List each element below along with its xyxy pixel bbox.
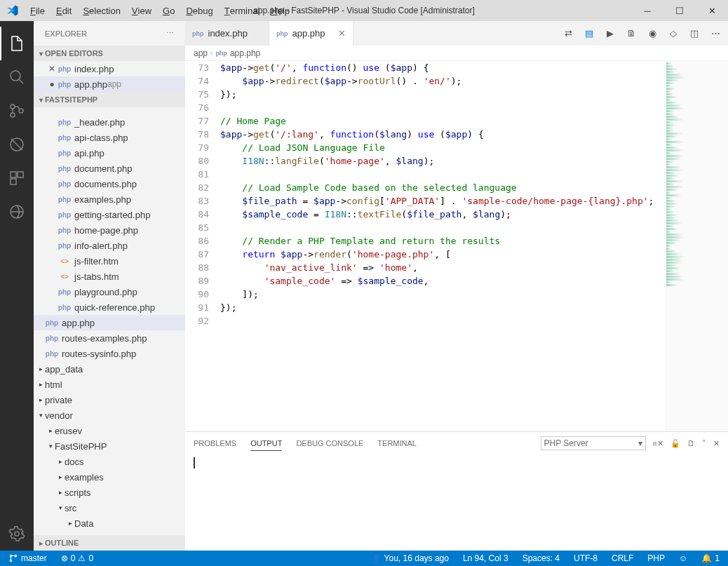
breadcrumb-segment[interactable]: app.php — [230, 48, 260, 58]
status-notifications-icon[interactable]: 🔔1 — [699, 553, 722, 563]
status-encoding[interactable]: UTF-8 — [571, 553, 600, 563]
extensions-icon[interactable] — [0, 161, 34, 195]
menu-go[interactable]: Go — [157, 0, 180, 21]
folder-item[interactable]: ▸Data — [34, 516, 185, 531]
reveal-icon[interactable]: ◉ — [645, 27, 659, 41]
file-item[interactable]: phpquick-reference.php — [34, 299, 185, 315]
file-item[interactable]: phpapp.php — [34, 315, 185, 330]
menu-selection[interactable]: Selection — [77, 0, 126, 21]
status-git-blame[interactable]: 👤You, 16 days ago — [368, 553, 452, 563]
file-item[interactable]: php_header.php — [34, 114, 185, 130]
minimap[interactable] — [665, 61, 728, 431]
live-share-icon[interactable] — [0, 195, 34, 229]
lock-scroll-icon[interactable]: 🔓 — [670, 439, 680, 448]
output-channel-select[interactable]: PHP Server▾ — [541, 436, 646, 450]
compare-changes-icon[interactable]: ⇄ — [561, 27, 575, 41]
file-item[interactable]: <>js-tabs.htm — [34, 269, 185, 284]
editor-tab[interactable]: phpapp.php✕ — [269, 21, 353, 46]
panel-close-icon[interactable]: ✕ — [713, 439, 720, 448]
file-item[interactable]: phproutes-examples.php — [34, 330, 185, 346]
close-icon[interactable]: ✕ — [46, 64, 58, 74]
file-item[interactable]: phpinfo-alert.php — [34, 238, 185, 253]
search-icon[interactable] — [0, 60, 34, 94]
output-body[interactable] — [185, 454, 728, 551]
panel-tab-debug-console[interactable]: DEBUG CONSOLE — [296, 436, 363, 451]
source-control-icon[interactable] — [0, 94, 34, 128]
editor-actions: ⇄ ▤ ▶ 🗎 ◉ ◇ ◫ ⋯ — [561, 21, 728, 46]
editor-body[interactable]: 7374757677787980818283848586878889909192… — [185, 61, 728, 431]
file-item[interactable]: phproutes-sysinfo.php — [34, 346, 185, 361]
section-project[interactable]: ▾FASTSITEPHP — [34, 92, 185, 107]
folder-item[interactable]: ▸docs — [34, 454, 185, 469]
folder-item[interactable]: ▾FastSitePHP — [34, 438, 185, 454]
folder-item[interactable]: ▾vendor — [34, 407, 185, 423]
file-item[interactable]: phpapi-class.php — [34, 130, 185, 145]
svg-point-3 — [19, 109, 23, 113]
more-icon[interactable]: ⋯ — [166, 29, 174, 38]
open-preview-icon[interactable]: ▤ — [582, 27, 596, 41]
run-icon[interactable]: ▶ — [603, 27, 617, 41]
menu-debug[interactable]: Debug — [180, 0, 218, 21]
maximize-button[interactable]: ☐ — [663, 0, 696, 21]
panel-tab-output[interactable]: OUTPUT — [250, 436, 282, 451]
file-item[interactable]: phphome-page.php — [34, 222, 185, 238]
open-editor-item[interactable]: ●phpapp.php app — [34, 76, 185, 92]
php-file-icon: php — [59, 194, 70, 205]
breadcrumb-segment[interactable]: app — [194, 48, 208, 58]
file-item[interactable]: phpgetting-started.php — [34, 207, 185, 222]
menu-view[interactable]: View — [126, 0, 157, 21]
diff-icon[interactable]: ◇ — [666, 27, 680, 41]
file-item[interactable]: phpdocuments.php — [34, 176, 185, 191]
open-log-icon[interactable]: 🗋 — [687, 439, 695, 447]
folder-item[interactable]: ▸private — [34, 392, 185, 407]
tab-bar: phpindex.phpphpapp.php✕ ⇄ ▤ ▶ 🗎 ◉ ◇ ◫ ⋯ — [185, 21, 728, 46]
open-changes-icon[interactable]: 🗎 — [624, 27, 638, 41]
modified-dot-icon[interactable]: ● — [46, 79, 58, 89]
folder-item[interactable]: ▸scripts — [34, 485, 185, 500]
status-language[interactable]: PHP — [645, 553, 668, 563]
file-item[interactable]: phpapi.php — [34, 145, 185, 161]
clear-output-icon[interactable]: ≡✕ — [653, 439, 663, 448]
more-actions-icon[interactable]: ⋯ — [708, 27, 722, 41]
php-file-icon: php — [59, 163, 70, 174]
folder-item[interactable]: ▸html — [34, 377, 185, 392]
html-file-icon: <> — [59, 255, 70, 267]
minimize-button[interactable]: ─ — [631, 0, 663, 21]
panel-tab-terminal[interactable]: TERMINAL — [377, 436, 417, 451]
open-editor-item[interactable]: ✕phpindex.php — [34, 61, 185, 76]
folder-item[interactable]: ▸examples — [34, 469, 185, 485]
file-item[interactable]: phpexamples.php — [34, 191, 185, 207]
code-content[interactable]: $app->get('/', function() use ($app) { $… — [220, 61, 665, 431]
chevron-down-icon: ▾ — [46, 443, 55, 450]
editor-tab[interactable]: phpindex.php — [185, 21, 269, 46]
section-open-editors[interactable]: ▾OPEN EDITORS — [34, 46, 185, 61]
status-feedback-icon[interactable]: ☺ — [676, 553, 690, 563]
status-eol[interactable]: CRLF — [609, 553, 636, 563]
status-indent[interactable]: Spaces: 4 — [520, 553, 562, 563]
status-ln-col[interactable]: Ln 94, Col 3 — [460, 553, 511, 563]
window-title: app.php - FastSitePHP - Visual Studio Co… — [253, 6, 475, 15]
folder-item[interactable]: ▸app_data — [34, 361, 185, 377]
breadcrumbs[interactable]: app›phpapp.php — [185, 46, 728, 61]
php-file-icon: php — [46, 348, 58, 359]
debug-icon[interactable] — [0, 128, 34, 161]
folder-item[interactable]: ▸erusev — [34, 423, 185, 438]
file-item[interactable]: <>js-filter.htm — [34, 253, 185, 269]
menu-edit[interactable]: Edit — [50, 0, 77, 21]
folder-item[interactable]: ▾src — [34, 500, 185, 516]
close-button[interactable]: ✕ — [696, 0, 728, 21]
file-item[interactable]: phpdocument.php — [34, 161, 185, 176]
chevron-down-icon: ▾ — [56, 504, 65, 511]
panel-maximize-icon[interactable]: ˄ — [702, 439, 706, 448]
status-branch[interactable]: master — [6, 553, 50, 563]
file-item[interactable]: phpplayground.php — [34, 284, 185, 299]
split-editor-icon[interactable]: ◫ — [687, 27, 701, 41]
panel-tab-problems[interactable]: PROBLEMS — [194, 436, 236, 451]
explorer-icon[interactable] — [0, 27, 34, 60]
menu-file[interactable]: File — [25, 0, 50, 21]
status-problems[interactable]: ⊗0⚠0 — [58, 553, 96, 563]
section-outline[interactable]: ▸OUTLINE — [34, 535, 185, 551]
settings-gear-icon[interactable] — [0, 517, 34, 551]
chevron-right-icon: ▸ — [66, 520, 74, 527]
tab-close-icon[interactable]: ✕ — [332, 28, 346, 39]
